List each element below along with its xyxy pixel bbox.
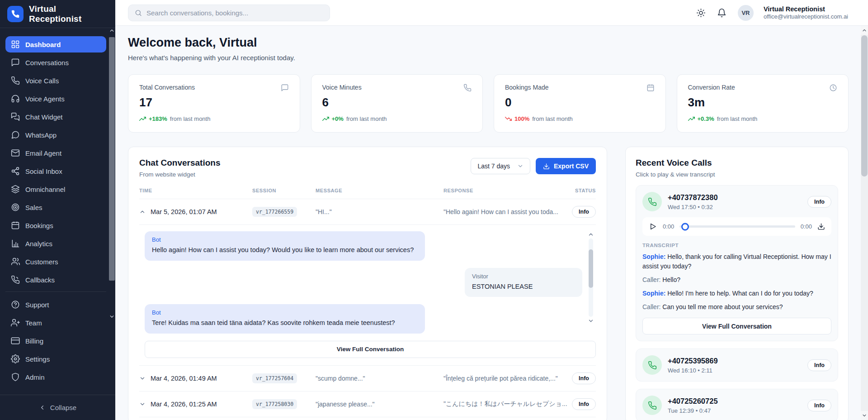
chevron-down-icon[interactable] [139,401,146,407]
search-input[interactable] [146,9,323,17]
main-scrollbar[interactable] [861,26,868,420]
info-button[interactable]: Info [807,359,831,371]
collapse-button[interactable]: Collapse [39,404,76,411]
page-subtitle: Here's what's happening with your AI rec… [128,54,849,62]
avatar[interactable]: VR [738,5,754,21]
sidebar-item-voice-calls[interactable]: Voice Calls [5,72,106,89]
sidebar-item-label: Social Inbox [25,167,62,175]
call-meta: Wed 16:10 • 2:11 [668,367,718,374]
sidebar-scrollbar[interactable] [108,25,115,300]
user-plus-icon [11,318,20,327]
player-seek-knob[interactable] [681,223,689,230]
play-icon[interactable] [649,222,657,231]
search-icon [135,9,142,17]
sidebar-item-omnichannel[interactable]: Omnichannel [5,181,106,197]
stat-card-voice-minutes: Voice Minutes 6 +0%from last month [311,74,483,133]
headphones-icon [11,94,20,103]
stat-delta-value: 100% [514,115,529,122]
sidebar-item-settings[interactable]: Settings [5,351,106,367]
scroll-up-icon[interactable] [108,26,115,34]
calendar-icon [11,221,20,230]
sidebar-item-billing[interactable]: Billing [5,333,106,349]
session-badge: vr_177266559 [252,207,297,217]
sidebar-scrollbar-thumb[interactable] [109,37,115,281]
info-button[interactable]: Info [572,398,596,410]
info-button[interactable]: Info [572,206,596,218]
col-time: TIME [139,188,252,193]
voice-call-card[interactable]: +40725395869 Wed 16:10 • 2:11 Info [636,348,838,382]
table-header: TIME SESSION MESSAGE RESPONSE STATUS [139,188,596,199]
export-csv-button[interactable]: Export CSV [536,158,596,174]
chart-icon [11,239,20,248]
bot-message-text: Hello again! How can I assist you today?… [152,246,418,255]
sidebar-item-customers[interactable]: Customers [5,253,106,270]
transcript-line: Sophie: Hello, thank you for calling Vir… [642,252,831,271]
scroll-up-icon[interactable] [861,26,868,35]
table-row[interactable]: Mar 4, 2026, 01:14 AM vr_177257662 "ce p… [139,417,596,420]
sidebar-item-label: Bookings [25,222,53,229]
info-button[interactable]: Info [807,400,831,411]
sidebar-item-conversations[interactable]: Conversations [5,54,106,71]
sidebar-item-social-inbox[interactable]: Social Inbox [5,163,106,179]
voice-call-card[interactable]: +40725260725 Tue 12:39 • 0:47 Info [636,389,838,420]
transcript-text: Hello, thank you for calling Virtual Rec… [642,253,831,270]
sidebar-item-dashboard[interactable]: Dashboard [5,36,106,52]
date-range-select[interactable]: Last 7 days [471,158,530,174]
sidebar-item-label: Callbacks [25,276,55,284]
sidebar-item-support[interactable]: Support [5,296,106,313]
sidebar-footer: Collapse [0,395,115,420]
search-box[interactable] [128,5,330,21]
brand-header: Virtual Receptionist [0,0,115,28]
call-meta: Wed 17:50 • 0:32 [668,204,718,210]
sidebar-item-whatsapp[interactable]: WhatsApp [5,127,106,143]
scroll-down-icon[interactable] [861,411,868,420]
table-row[interactable]: Mar 4, 2026, 01:25 AM vr_177258030 "japa… [139,391,596,417]
chat-widget-icon [11,112,20,121]
voice-panel-subtitle: Click to play & view transcript [636,171,838,178]
trend-up-icon [688,115,695,122]
sidebar-item-chat-widget[interactable]: Chat Widget [5,109,106,125]
view-full-conversation-button[interactable]: View Full Conversation [145,341,596,358]
main-scrollbar-thumb[interactable] [861,35,868,177]
scroll-down-icon[interactable] [588,318,594,324]
user-meta: Virtual Receptionist office@virtualrecep… [764,5,848,20]
row-message: "japanesse please..." [316,401,443,408]
scroll-down-icon[interactable] [108,312,115,320]
sidebar-item-bookings[interactable]: Bookings [5,217,106,234]
notifications-button[interactable] [717,7,728,18]
chevron-up-icon[interactable] [139,209,146,215]
info-button[interactable]: Info [807,196,831,208]
stat-delta-value: +0.3% [698,115,714,122]
table-row[interactable]: Mar 4, 2026, 01:49 AM vr_177257604 "scum… [139,366,596,391]
transcript-text: Can you tell me more about your services… [662,303,783,310]
target-icon [11,203,20,212]
info-button[interactable]: Info [572,372,596,384]
sidebar-item-analytics[interactable]: Analytics [5,235,106,252]
scrollbar-thumb[interactable] [589,249,593,288]
stat-delta: +0.3%from last month [688,115,838,122]
sidebar-item-label: Omnichannel [25,186,65,193]
voice-call-card[interactable]: +40737872380 Wed 17:50 • 0:32 Info 0:00 … [636,185,838,341]
sidebar-item-voice-agents[interactable]: Voice Agents [5,91,106,107]
bot-message-text: Tere! Kuidas ma saan teid täna aidata? K… [152,319,418,328]
chevron-down-icon[interactable] [139,375,146,382]
download-icon[interactable] [817,223,825,230]
sidebar-item-sales[interactable]: Sales [5,199,106,215]
phone-callback-icon [11,275,20,284]
table-row[interactable]: Mar 5, 2026, 01:07 AM vr_177266559 "HI..… [139,199,596,225]
sidebar-item-admin[interactable]: Admin [5,369,106,385]
call-number: +40737872380 [668,193,718,202]
row-response: "Hello again! How can I assist you toda.… [443,208,568,215]
theme-toggle-button[interactable] [696,7,707,18]
conversation-scrollbar[interactable] [588,231,594,324]
sidebar-item-team[interactable]: Team [5,315,106,331]
sidebar-item-label: Analytics [25,240,52,248]
player-seek-slider[interactable] [679,225,795,228]
view-full-conversation-button[interactable]: View Full Conversation [642,318,831,334]
sidebar-item-email-agent[interactable]: Email Agent [5,145,106,161]
sidebar-item-callbacks[interactable]: Callbacks [5,272,106,288]
sidebar-item-label: Conversations [25,59,69,67]
scroll-up-icon[interactable] [588,231,594,238]
col-session: SESSION [252,188,316,193]
sidebar-item-label: Team [25,319,42,327]
